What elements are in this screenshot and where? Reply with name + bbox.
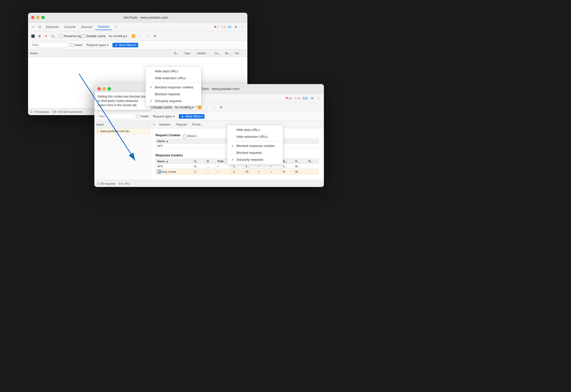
more-icon-front[interactable]: ⋮ xyxy=(316,95,322,101)
preserve-log-label-back[interactable]: Preserve log xyxy=(59,34,81,38)
show-filtered-checkbox[interactable] xyxy=(183,134,186,138)
show-filtered-label[interactable]: show f... xyxy=(183,134,199,138)
throttling-select-back[interactable]: No throttling ▾ xyxy=(107,34,130,39)
close-panel-btn[interactable]: × xyxy=(151,122,157,127)
maximize-button-back[interactable] xyxy=(41,16,45,19)
res-th-p2: P... xyxy=(307,159,319,164)
menu-3rd-party-front[interactable]: ✓ 3rd-party requests xyxy=(227,156,283,163)
chevron-down-icon-mf-front: ▾ xyxy=(201,115,203,118)
transferred-back: 0 B / 815 kB transferred xyxy=(52,110,82,113)
front-devtools-window: DevTools - www.youtube.com/ ⌖ ⊡ Elements… xyxy=(94,84,324,187)
res-test-d: .... xyxy=(205,169,216,175)
filter-input-front[interactable] xyxy=(96,114,135,119)
clear-icon[interactable]: ⊘ xyxy=(37,33,42,39)
request-cookies-title: Request Cookies xyxy=(156,133,180,137)
upload-icon-front[interactable]: ↑ xyxy=(204,104,210,111)
settings-network-icon-front[interactable]: ⚙ xyxy=(218,104,224,111)
preserve-log-checkbox-back[interactable] xyxy=(59,34,63,38)
panel-tab-headers[interactable]: Headers xyxy=(157,122,173,127)
menu-3rd-party-back[interactable]: ✓ 3rd-party requests xyxy=(146,98,201,104)
status-bar-front: 1 / 85 requests 0 B / 651 xyxy=(94,180,324,187)
responsive-icon[interactable]: ⊡ xyxy=(37,24,43,30)
res-test-e: 2... xyxy=(231,169,244,175)
filter-bar-front: Invert Request types ▾ 2 More filters ▾ … xyxy=(94,112,324,121)
more-filters-btn-front[interactable]: 2 More filters ▾ xyxy=(179,114,205,119)
res-test-v: C... xyxy=(193,169,205,175)
chevron-down-icon-3: ▾ xyxy=(135,43,136,47)
wifi-icon-back[interactable]: 📶 xyxy=(130,33,136,39)
res-cookie-row-test[interactable]: ⚠ test_cookie C... .... / 2... 29 ✓ xyxy=(156,169,319,175)
invert-label-front[interactable]: Invert xyxy=(137,115,149,118)
tab-sources-back[interactable]: Sources xyxy=(79,24,95,30)
left-panel: Name ⚠ www.youtube.com;dc... xyxy=(94,121,150,180)
table-header-back: Name St... Type Initiator Co... Se... Si… xyxy=(28,49,247,57)
invert-label-back[interactable]: Invert xyxy=(70,43,82,47)
request-types-btn-back[interactable]: Request types ▾ xyxy=(84,43,110,48)
upload-icon-back[interactable]: ↑ xyxy=(137,33,144,39)
menu-blocked-requests-front[interactable]: Blocked requests xyxy=(227,149,283,156)
invert-checkbox-back[interactable] xyxy=(70,43,74,47)
download-icon-back[interactable]: ↓ xyxy=(145,33,151,39)
disable-cache-label-front[interactable]: Disable cache xyxy=(148,106,172,109)
disable-cache-checkbox-back[interactable] xyxy=(82,34,85,38)
tab-more-back[interactable]: » xyxy=(112,24,119,30)
menu-blocked-requests-back[interactable]: Blocked requests xyxy=(146,91,201,98)
stop-icon[interactable]: ⬛ xyxy=(30,33,36,39)
warning-circle-icon: ⚠ xyxy=(157,170,161,174)
menu-blocked-resp-cookies-front[interactable]: ✓ Blocked response cookies xyxy=(227,142,283,149)
th-size-back: Siz xyxy=(235,52,245,55)
more-filters-btn-back[interactable]: 2 More filters ▾ xyxy=(112,43,138,47)
maximize-button-front[interactable] xyxy=(108,87,111,90)
settings-icon-back[interactable]: ⚙ xyxy=(233,24,239,30)
title-bar-back: DevTools - www.youtube.com/ xyxy=(28,13,247,22)
invert-checkbox-front[interactable] xyxy=(137,115,140,118)
error-badge-front: ✖ 14 xyxy=(285,96,293,100)
th-se-back: Se... xyxy=(225,52,235,55)
filter-icon-back[interactable]: ▼ xyxy=(43,33,49,39)
menu-blocked-resp-cookies-back[interactable]: ✓ Blocked response cookies xyxy=(146,84,201,91)
res-test-p2 xyxy=(307,169,319,175)
request-types-btn-front[interactable]: Request types ▾ xyxy=(151,114,177,119)
res-apc-p2 xyxy=(307,164,319,169)
settings-icon-front[interactable]: ⚙ xyxy=(309,95,315,101)
error-icon-front: ✖ xyxy=(286,97,288,100)
menu-hide-data-urls-back[interactable]: Hide data URLs xyxy=(146,68,201,75)
th-initiator-back: Initiator xyxy=(197,52,215,55)
info-icon-front: ℹ xyxy=(303,97,304,100)
cursor-icon[interactable]: ⌖ xyxy=(30,24,36,30)
more-icon-back[interactable]: ⋮ xyxy=(239,24,245,30)
menu-hide-ext-urls-back[interactable]: Hide extension URLs xyxy=(146,75,201,82)
warning-row-icon: ⚠ xyxy=(96,129,99,133)
res-test-h: ✓ xyxy=(256,169,269,175)
window-title-front: DevTools - www.youtube.com/ xyxy=(114,87,321,91)
panel-tab-payload[interactable]: Payload xyxy=(173,122,189,127)
menu-hide-data-urls-front[interactable]: Hide data URLs xyxy=(227,126,283,133)
tab-console-back[interactable]: Console xyxy=(62,24,78,30)
panel-tab-preview[interactable]: Previe... xyxy=(189,122,206,127)
tab-network-back[interactable]: Network xyxy=(95,24,112,30)
res-test-p: M... xyxy=(294,169,307,175)
traffic-lights-front xyxy=(97,87,111,90)
menu-hide-ext-urls-front[interactable]: Hide extension URLs xyxy=(227,133,283,140)
disable-cache-label-back[interactable]: Disable cache xyxy=(82,34,105,38)
warning-icon-tab: ⚠ xyxy=(221,25,223,29)
transferred-front: 0 B / 651 xyxy=(119,182,130,185)
search-icon-back[interactable]: 🔍 xyxy=(50,33,56,39)
res-test-s2: ✓ xyxy=(269,169,281,175)
filter-input-back[interactable] xyxy=(30,42,68,48)
request-row[interactable]: ⚠ www.youtube.com;dc... xyxy=(94,128,150,134)
res-apc-s3: n... xyxy=(281,164,294,169)
request-row-name: www.youtube.com;dc... xyxy=(100,129,132,133)
close-button-front[interactable] xyxy=(97,87,101,90)
settings-network-icon-back[interactable]: ⚙ xyxy=(152,33,158,39)
minimize-button-back[interactable] xyxy=(36,16,40,19)
divider-1 xyxy=(57,34,58,38)
minimize-button-front[interactable] xyxy=(103,87,106,90)
download-icon-front[interactable]: ↓ xyxy=(211,104,217,111)
dropdown-menu-back: Hide data URLs Hide extension URLs ✓ Blo… xyxy=(145,66,201,106)
filter-bar-back: Invert Request types ▾ 2 More filters ▾ … xyxy=(28,41,247,49)
close-button-back[interactable] xyxy=(31,16,34,19)
tab-elements-back[interactable]: Elements xyxy=(43,24,61,30)
th-co-back: Co... xyxy=(215,52,225,55)
res-test-s: 29 xyxy=(244,169,256,175)
